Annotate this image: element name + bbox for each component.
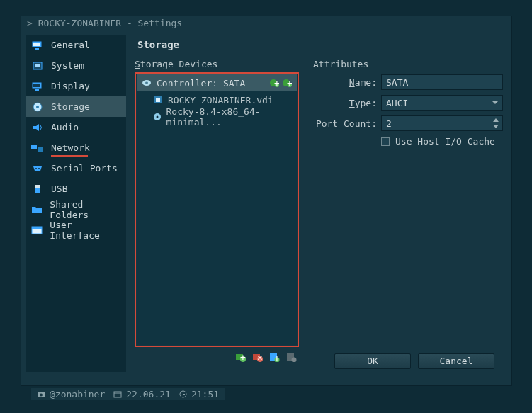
- page-title: Storage: [137, 39, 503, 50]
- attributes-label: Attributes: [313, 59, 503, 69]
- ok-button[interactable]: OK: [334, 353, 411, 369]
- usb-icon: [31, 184, 44, 194]
- host-io-label: Use Host I/O Cache: [395, 136, 495, 147]
- sidebar-item-label: System: [51, 60, 84, 71]
- sidebar-item-shared-folders[interactable]: Shared Folders: [26, 199, 126, 220]
- storage-devices-label: Storage Devices: [135, 59, 299, 69]
- sidebar-item-label: Storage: [51, 101, 90, 112]
- attr-type-select[interactable]: AHCI: [381, 95, 503, 111]
- svg-marker-43: [493, 125, 499, 128]
- attr-name-field[interactable]: SATA: [381, 74, 503, 90]
- sidebar-item-storage[interactable]: Storage: [26, 96, 126, 117]
- window-icon: [31, 225, 43, 235]
- sidebar-item-general[interactable]: General: [26, 35, 126, 55]
- tree-optical-row[interactable]: Rocky-8.4-x86_64-minimal...: [137, 108, 297, 125]
- svg-rect-18: [32, 227, 42, 229]
- settings-dialog: > ROCKY-ZONABINER - Settings General Sys…: [21, 16, 512, 386]
- sidebar-item-label: USB: [51, 183, 67, 194]
- svg-point-30: [156, 116, 158, 118]
- status-date: 22.06.21: [113, 389, 171, 400]
- settings-page: Storage Storage Devices Controller: SATA…: [126, 30, 511, 376]
- svg-rect-15: [35, 185, 40, 188]
- svg-point-20: [145, 82, 148, 84]
- sidebar-item-label: Audio: [51, 122, 79, 132]
- sidebar-item-label: Display: [51, 81, 90, 91]
- svg-rect-7: [35, 89, 39, 91]
- add-optical-icon[interactable]: +: [281, 78, 293, 88]
- disk-icon: [31, 102, 44, 112]
- tree-item-label: ROCKY-ZONABINER.vdi: [168, 95, 273, 106]
- svg-rect-6: [33, 84, 40, 87]
- clock-icon: [179, 390, 187, 398]
- monitor-icon: [31, 40, 44, 50]
- attr-port-label: Port Count:: [313, 118, 377, 129]
- svg-point-14: [38, 168, 40, 169]
- tree-item-label: Rocky-8.4-x86_64-minimal...: [166, 106, 293, 128]
- svg-rect-16: [35, 188, 40, 193]
- svg-marker-10: [33, 124, 39, 131]
- status-time: 21:51: [179, 389, 219, 400]
- svg-rect-1: [33, 43, 40, 46]
- settings-sidebar: General System Display Storage: [26, 35, 126, 372]
- optical-disk-icon: [152, 112, 162, 122]
- sidebar-item-serial-ports[interactable]: Serial Ports: [26, 158, 126, 179]
- sidebar-item-usb[interactable]: USB: [26, 179, 126, 199]
- svg-point-13: [35, 168, 37, 169]
- window-title: ROCKY-ZONABINER - Settings: [38, 18, 183, 28]
- sidebar-item-network[interactable]: Network: [26, 137, 126, 158]
- sidebar-item-label: Shared Folders: [50, 199, 120, 220]
- host-io-checkbox[interactable]: [381, 137, 390, 146]
- serial-port-icon: [31, 164, 44, 174]
- hard-disk-icon: [152, 95, 164, 105]
- attr-type-label: Type:: [313, 98, 377, 108]
- display-icon: [31, 81, 44, 91]
- svg-rect-4: [35, 64, 40, 67]
- storage-devices-tree[interactable]: Controller: SATA + + ROCKY-ZONABINER.vdi: [137, 74, 297, 345]
- annotation-box: Controller: SATA + + ROCKY-ZONABINER.vdi: [135, 72, 299, 347]
- attr-port-count-spin[interactable]: 2: [381, 115, 503, 131]
- annotation-underline: [51, 155, 88, 157]
- speaker-icon: [31, 123, 44, 132]
- tree-controller-row[interactable]: Controller: SATA + +: [137, 74, 297, 91]
- svg-rect-46: [114, 392, 121, 397]
- sidebar-item-label: Network: [51, 142, 90, 153]
- spin-buttons[interactable]: [491, 117, 501, 130]
- cancel-button[interactable]: Cancel: [418, 353, 494, 369]
- calendar-icon: [113, 391, 122, 398]
- svg-point-9: [36, 106, 39, 108]
- add-disk-icon[interactable]: +: [268, 78, 280, 88]
- statusbar: @zonabiner 22.06.21 21:51: [31, 388, 225, 400]
- status-user: @zonabiner: [37, 389, 105, 400]
- svg-text:+: +: [287, 79, 292, 87]
- chip-icon: [31, 61, 44, 71]
- svg-rect-12: [38, 147, 43, 152]
- sidebar-item-label: User Interface: [50, 220, 120, 241]
- sidebar-item-label: Serial Ports: [51, 163, 118, 174]
- attr-name-label: Name:: [313, 77, 377, 88]
- folder-icon: [31, 205, 43, 215]
- sidebar-item-display[interactable]: Display: [26, 76, 126, 96]
- svg-text:+: +: [274, 79, 279, 87]
- svg-point-45: [40, 393, 43, 396]
- controller-icon: [141, 78, 152, 88]
- sidebar-item-audio[interactable]: Audio: [26, 117, 126, 137]
- titlebar: > ROCKY-ZONABINER - Settings: [21, 16, 511, 30]
- camera-icon: [37, 391, 45, 398]
- sidebar-item-label: General: [51, 40, 90, 50]
- tree-controller-label: Controller: SATA: [157, 78, 245, 89]
- network-icon: [31, 143, 44, 153]
- sidebar-item-system[interactable]: System: [26, 55, 126, 76]
- svg-marker-42: [493, 118, 499, 122]
- svg-rect-11: [31, 145, 37, 149]
- svg-rect-2: [35, 48, 39, 50]
- svg-rect-28: [156, 98, 160, 102]
- sidebar-item-user-interface[interactable]: User Interface: [26, 220, 126, 240]
